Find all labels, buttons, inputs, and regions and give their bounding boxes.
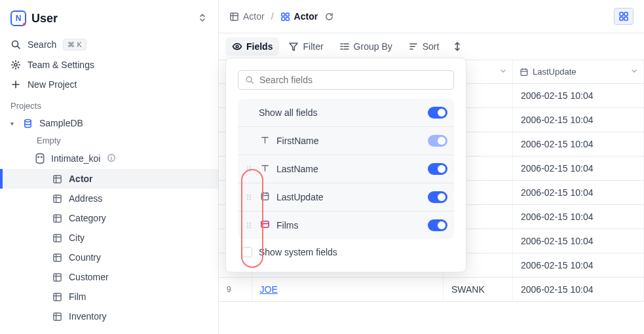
tree-table-label: City — [69, 232, 85, 243]
table-icon — [52, 253, 62, 263]
fields-show-all-label: Show all fields — [244, 107, 421, 118]
view-type-button[interactable] — [614, 8, 634, 25]
table-icon — [229, 12, 239, 22]
tree-table-label: Country — [69, 252, 101, 263]
field-row-label: LastUpdate — [276, 192, 421, 202]
database-icon — [22, 118, 33, 128]
table-icon — [52, 233, 62, 243]
toolbar-sort[interactable]: Sort — [402, 37, 446, 56]
gallery-icon — [618, 11, 629, 22]
table-row[interactable]: 9JOESWANK2006-02-15 10:04 — [219, 278, 644, 302]
tree-table-label: Film — [69, 291, 86, 302]
table-icon — [52, 174, 62, 184]
cell-lastupdate: 2006-02-15 10:04 — [513, 205, 644, 229]
toolbar-rowheight[interactable] — [448, 37, 466, 56]
drag-handle-icon[interactable] — [244, 193, 254, 201]
table-icon — [52, 194, 62, 204]
cell-lastupdate: 2006-02-15 10:04 — [513, 253, 644, 278]
tree-source-label: Intimate_koi — [51, 153, 100, 164]
field-toggle[interactable] — [428, 163, 447, 175]
tree-table-category[interactable]: Category — [0, 208, 218, 228]
tree-table-actor[interactable]: Actor — [0, 169, 218, 189]
field-row-label: LastName — [276, 164, 421, 174]
tree-database[interactable]: ▾ SampleDB — [0, 113, 218, 133]
tree-table-inventory[interactable]: Inventory — [0, 306, 218, 326]
field-toggle[interactable] — [428, 191, 447, 203]
drag-handle-icon[interactable] — [244, 221, 254, 229]
sidebar-projects-heading: Projects — [0, 94, 218, 113]
chevron-down-icon[interactable] — [630, 67, 638, 77]
gallery-icon — [280, 12, 290, 22]
tree-table-label: Customer — [69, 272, 109, 282]
fields-search-input[interactable] — [259, 75, 447, 85]
fields-search[interactable] — [238, 70, 454, 90]
column-lastupdate-label: LastUpdate — [533, 67, 577, 77]
cell-lastname: SWANK — [444, 278, 513, 302]
toolbar-sort-label: Sort — [423, 41, 440, 52]
link-icon — [260, 219, 270, 231]
fields-show-all[interactable]: Show all fields — [238, 99, 454, 127]
toolbar-filter-label: Filter — [303, 41, 323, 52]
sidebar-new-project[interactable]: New Project — [0, 75, 218, 94]
field-row-films: Films — [238, 212, 454, 239]
chevron-down-icon[interactable] — [499, 67, 507, 77]
toolbar-fields-label: Fields — [246, 41, 273, 52]
tree-table-address[interactable]: Address — [0, 189, 218, 208]
field-row-lastname: LastName — [238, 155, 454, 183]
tree-table-label: Address — [69, 193, 102, 204]
sidebar-item-label: New Project — [28, 79, 77, 90]
cell-rownum: 9 — [219, 278, 252, 302]
date-icon — [260, 191, 270, 203]
tree-table-label: Inventory — [69, 311, 107, 322]
toolbar: Fields Filter Group By Sort — [219, 33, 644, 60]
sidebar: N User Search ⌘ K Team & Settings New Pr… — [0, 0, 219, 334]
toolbar-fields[interactable]: Fields — [225, 37, 279, 56]
table-icon — [52, 272, 62, 282]
search-icon — [245, 75, 254, 84]
breadcrumb-table[interactable]: Actor — [229, 11, 265, 22]
tree-source[interactable]: Intimate_koi — [0, 148, 218, 169]
workspace-switch-icon[interactable] — [197, 12, 208, 25]
breadcrumb-separator: / — [271, 11, 274, 22]
column-lastupdate[interactable]: LastUpdate — [513, 60, 644, 84]
info-icon[interactable] — [107, 153, 116, 164]
cell-lastupdate: 2006-02-15 10:04 — [513, 84, 644, 108]
sidebar-team-settings[interactable]: Team & Settings — [0, 55, 218, 75]
sort-icon — [408, 41, 419, 52]
cell-lastupdate: 2006-02-15 10:04 — [513, 229, 644, 253]
tree-table-film[interactable]: Film — [0, 287, 218, 306]
tree-table-country[interactable]: Country — [0, 248, 218, 267]
tree-table-customer[interactable]: Customer — [0, 267, 218, 287]
sidebar-search[interactable]: Search ⌘ K — [0, 34, 218, 55]
toolbar-groupby-label: Group By — [354, 41, 392, 52]
tree-table-label: Category — [69, 213, 106, 223]
kbd-shortcut: ⌘ K — [63, 39, 86, 50]
cell-lastupdate: 2006-02-15 10:04 — [513, 108, 644, 132]
cell-firstname[interactable]: JOE — [252, 278, 444, 302]
breadcrumb-table-label: Actor — [243, 11, 265, 22]
date-icon — [520, 67, 529, 77]
toolbar-groupby[interactable]: Group By — [333, 37, 399, 56]
cell-lastupdate: 2006-02-15 10:04 — [513, 132, 644, 157]
field-row-firstname: FirstName — [238, 127, 454, 155]
reload-button[interactable] — [324, 12, 334, 22]
field-toggle[interactable] — [428, 219, 447, 231]
breadcrumb-view-label: Actor — [294, 11, 318, 22]
chevron-down-icon: ▾ — [10, 120, 16, 127]
field-row-label: Films — [276, 220, 421, 231]
fields-popover: Show all fields FirstNameLastNameLastUpd… — [225, 58, 466, 272]
postgres-icon — [34, 153, 46, 164]
field-toggle[interactable] — [428, 135, 447, 147]
breadcrumb-view[interactable]: Actor — [280, 11, 318, 22]
fields-show-all-toggle[interactable] — [428, 107, 447, 119]
table-icon — [52, 292, 62, 302]
tree-empty-label: Empty — [0, 133, 218, 148]
drag-handle-icon[interactable] — [244, 165, 254, 173]
show-system-checkbox[interactable] — [242, 247, 252, 257]
toolbar-filter[interactable]: Filter — [282, 37, 330, 56]
tree-table-city[interactable]: City — [0, 228, 218, 248]
workspace-picker[interactable]: N User — [10, 10, 58, 26]
search-icon — [10, 39, 21, 50]
field-row-lastupdate: LastUpdate — [238, 183, 454, 212]
group-icon — [339, 41, 350, 52]
